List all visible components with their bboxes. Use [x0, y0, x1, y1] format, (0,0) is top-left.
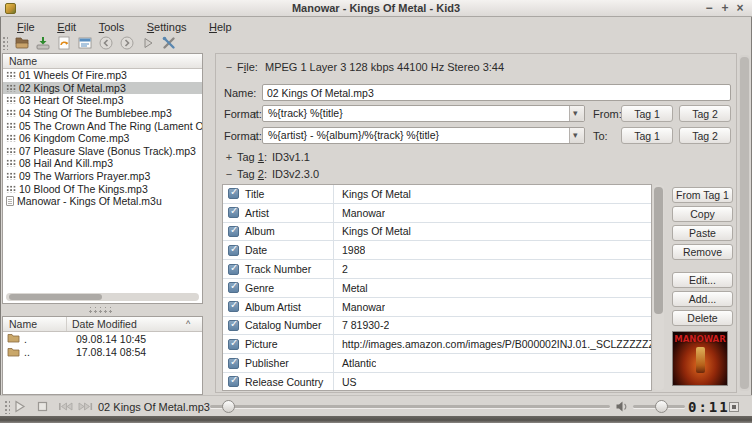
to-tag2-button[interactable]: Tag 2 [679, 127, 731, 144]
tag-row[interactable]: Title Kings Of Metal [223, 185, 651, 204]
next-file-button[interactable] [116, 34, 137, 52]
dropdown-arrow-icon[interactable] [569, 106, 584, 121]
play-button[interactable] [12, 396, 27, 417]
from-tag2-button[interactable]: Tag 2 [679, 105, 731, 122]
configure-button[interactable] [158, 34, 179, 52]
maximize-button[interactable]: + [718, 0, 732, 16]
field-checkbox[interactable] [228, 376, 239, 387]
stop-button[interactable] [36, 396, 49, 417]
toolbar-drag-handle[interactable] [2, 36, 8, 50]
format-to-combo[interactable]: %{artist} - %{album}/%{track} %{title} [262, 127, 585, 144]
field-value[interactable]: Manowar [334, 301, 385, 313]
tag-row[interactable]: Catalog Number 7 81930-2 [223, 317, 651, 336]
filename-input[interactable] [262, 84, 731, 101]
previous-track-button[interactable] [57, 396, 74, 417]
table-vscrollbar[interactable] [653, 185, 664, 390]
from-tag-1-button[interactable]: From Tag 1 [672, 187, 733, 203]
from-tag1-button[interactable]: Tag 1 [621, 105, 673, 122]
main-vscrollbar[interactable] [739, 55, 750, 391]
hscrollbar-thumb[interactable] [9, 294, 102, 300]
seek-slider[interactable] [210, 405, 610, 408]
previous-file-button[interactable] [95, 34, 116, 52]
file-row[interactable]: Manowar - Kings Of Metal.m3u [3, 195, 202, 208]
album-art-thumbnail[interactable]: MANOWAR [672, 331, 728, 386]
field-checkbox[interactable] [228, 320, 239, 331]
sort-ascending-icon[interactable]: ^ [186, 317, 202, 331]
tag-row[interactable]: Date 1988 [223, 241, 651, 260]
to-tag1-button[interactable]: Tag 1 [621, 127, 673, 144]
edit-button[interactable]: Edit... [672, 272, 733, 288]
delete-button[interactable]: Delete [672, 310, 733, 326]
tag-row[interactable]: Publisher Atlantic [223, 354, 651, 373]
field-value[interactable]: Manowar [334, 207, 385, 219]
open-directory-button[interactable] [11, 34, 32, 52]
tag-row[interactable]: Picture http://images.amazon.com/images/… [223, 335, 651, 354]
volume-slider-handle[interactable] [655, 400, 668, 413]
field-value[interactable]: 1988 [334, 244, 365, 256]
field-checkbox[interactable] [228, 245, 239, 256]
tag-row[interactable]: Track Number 2 [223, 260, 651, 279]
file-row[interactable]: 05 The Crown And The Ring (Lament Of Th [3, 119, 202, 132]
save-button[interactable] [32, 34, 53, 52]
player-extra-button[interactable] [729, 402, 739, 412]
tag1-section-expander[interactable]: + [224, 151, 234, 163]
player-drag-handle[interactable] [4, 400, 10, 414]
file-row[interactable]: 07 Pleasure Slave (Bonus Track).mp3 [3, 145, 202, 158]
field-checkbox[interactable] [228, 358, 239, 369]
remove-button[interactable]: Remove [672, 244, 733, 260]
file-row[interactable]: 08 Hail And Kill.mp3 [3, 157, 202, 170]
dir-date-header[interactable]: Date Modified [67, 317, 186, 331]
directory-row[interactable]: .. 17.08.14 08:54 [3, 346, 202, 360]
field-checkbox[interactable] [228, 188, 239, 199]
tag-row[interactable]: Release Country US [223, 373, 651, 391]
add-button[interactable]: Add... [672, 291, 733, 307]
field-value[interactable]: US [334, 376, 357, 388]
format-from-combo[interactable]: %{track} %{title} [262, 105, 585, 122]
field-checkbox[interactable] [228, 226, 239, 237]
file-list-header[interactable]: Name [3, 54, 202, 69]
tag-row[interactable]: Artist Manowar [223, 204, 651, 223]
close-button[interactable]: × [733, 0, 747, 16]
file-list-hscrollbar[interactable] [6, 293, 199, 301]
field-value[interactable]: Atlantic [334, 357, 376, 369]
field-checkbox[interactable] [228, 207, 239, 218]
file-row[interactable]: 01 Wheels Of Fire.mp3 [3, 69, 202, 82]
field-checkbox[interactable] [228, 282, 239, 293]
field-checkbox[interactable] [228, 264, 239, 275]
directory-header[interactable]: Name Date Modified ^ [3, 317, 202, 332]
copy-button[interactable]: Copy [672, 206, 733, 222]
file-section-expander[interactable]: − [224, 61, 234, 73]
volume-slider[interactable] [633, 405, 685, 408]
paste-button[interactable]: Paste [672, 225, 733, 241]
field-value[interactable]: Kings Of Metal [334, 188, 411, 200]
vscrollbar-thumb[interactable] [654, 187, 663, 314]
field-checkbox[interactable] [228, 339, 239, 350]
tag-row[interactable]: Album Kings Of Metal [223, 223, 651, 242]
file-row[interactable]: 10 Blood Of The Kings.mp3 [3, 182, 202, 195]
panel-splitter-handle[interactable] [88, 307, 114, 313]
seek-slider-handle[interactable] [222, 400, 235, 413]
next-track-button[interactable] [77, 396, 94, 417]
file-row[interactable]: 04 Sting Of The Bumblebee.mp3 [3, 107, 202, 120]
dir-name-header[interactable]: Name [9, 317, 67, 331]
field-value[interactable]: http://images.amazon.com/images/P/B00000… [334, 338, 651, 350]
directory-row[interactable]: . 09.08.14 10:45 [3, 332, 202, 346]
commands-button[interactable] [74, 34, 95, 52]
field-checkbox[interactable] [228, 301, 239, 312]
dropdown-arrow-icon[interactable] [569, 128, 584, 143]
file-row[interactable]: 09 The Warriors Prayer.mp3 [3, 170, 202, 183]
vscrollbar-thumb[interactable] [740, 57, 749, 389]
field-value[interactable]: 7 81930-2 [334, 319, 389, 331]
minimize-button[interactable]: − [702, 0, 716, 16]
revert-button[interactable] [53, 34, 74, 52]
tag-row[interactable]: Album Artist Manowar [223, 298, 651, 317]
file-row[interactable]: 02 Kings Of Metal.mp3 [3, 82, 202, 95]
field-value[interactable]: Metal [334, 282, 368, 294]
titlebar[interactable]: Manowar - Kings Of Metal - Kid3 − + × [0, 0, 752, 17]
tag2-section-expander[interactable]: − [224, 168, 234, 180]
file-row[interactable]: 06 Kingdom Come.mp3 [3, 132, 202, 145]
file-row[interactable]: 03 Heart Of Steel.mp3 [3, 94, 202, 107]
field-value[interactable]: Kings Of Metal [334, 225, 411, 237]
field-value[interactable]: 2 [334, 263, 348, 275]
play-toolbar-button[interactable] [137, 34, 158, 52]
